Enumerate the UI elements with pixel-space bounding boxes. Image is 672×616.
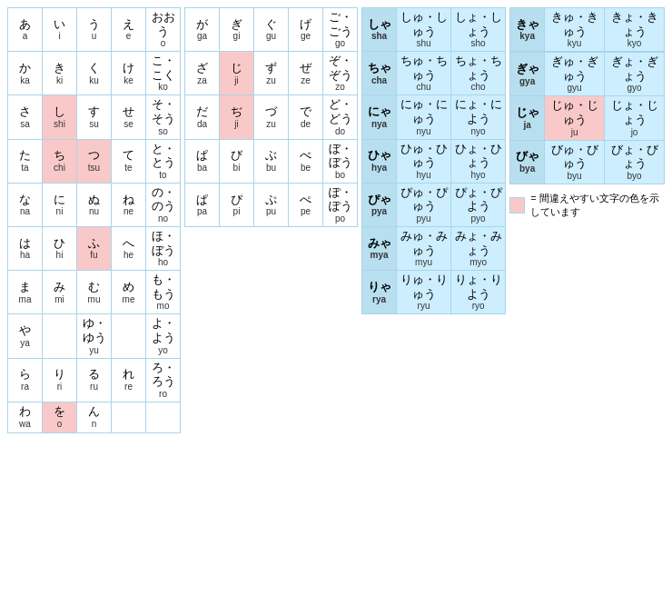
- table-cell: へhe: [112, 226, 146, 270]
- table-cell: よ・ようyo: [146, 314, 181, 358]
- kana-text: な: [11, 193, 39, 207]
- legend-color-box: [509, 197, 525, 214]
- roman-text: kyo: [608, 38, 661, 49]
- table-cell: ざza: [185, 52, 220, 95]
- roman-text: ro: [149, 389, 177, 400]
- right-section: しゃshaしゅ・しゅうshuしょ・しょうshoちゃchaちゅ・ちゅうchuちょ・…: [361, 7, 665, 433]
- roman-text: gyu: [548, 83, 601, 94]
- roman-text: gya: [513, 76, 541, 87]
- roman-text: na: [11, 206, 39, 217]
- table-cell: ゆ・ゆうyu: [77, 314, 112, 358]
- roman-text: cho: [454, 82, 502, 93]
- kana-text: と・とう: [149, 142, 177, 170]
- table-cell: きょ・きょうkyo: [605, 8, 665, 52]
- roman-text: go: [326, 38, 354, 49]
- table-cell: ぎgi: [220, 8, 254, 52]
- kya-group: きゃkyaきゅ・きゅうkyuきょ・きょうkyo: [509, 7, 665, 52]
- kana-text: ぎゅ・ぎゅう: [548, 55, 601, 83]
- table-cell: ちchi: [43, 139, 77, 183]
- table-cell: ねne: [112, 183, 146, 226]
- roman-text: te: [114, 163, 143, 174]
- table-cell: ほ・ぼうho: [146, 226, 181, 270]
- kana-text: ぬ: [80, 193, 108, 207]
- kana-text: が: [188, 17, 216, 32]
- kana-text: ぼ・ぼう: [326, 142, 354, 170]
- roman-text: byo: [608, 171, 661, 182]
- table-cell: りゃrya: [362, 271, 397, 314]
- roman-text: shu: [400, 38, 448, 49]
- kana-text: ひゃ: [365, 148, 393, 163]
- table-cell: がga: [185, 8, 220, 52]
- kana-text: み: [45, 280, 74, 294]
- kana-text: きゅ・きゅう: [548, 10, 601, 38]
- roman-text: ya: [11, 338, 39, 349]
- kana-text: じゃ: [513, 105, 541, 120]
- roman-text: o: [45, 419, 74, 430]
- kana-text: ぞ・ぞう: [326, 54, 354, 82]
- roman-text: nya: [365, 119, 393, 130]
- table-cell: いi: [43, 8, 77, 52]
- roman-text: myu: [400, 257, 448, 268]
- table-cell: ひゃhya: [362, 139, 397, 183]
- roman-text: re: [114, 382, 143, 392]
- kana-text: にょ・によう: [454, 97, 502, 125]
- table-cell: えe: [112, 8, 146, 52]
- table-cell: そ・そうso: [146, 95, 181, 139]
- table-cell: ぬnu: [77, 183, 112, 226]
- kana-text: ぢ: [222, 104, 251, 119]
- main-container: あaいiうuえeおおうoかkaきkiくkuけkeこ・こくkoさsaしshiすsu…: [7, 7, 665, 433]
- kana-text: びゅ・びゅう: [548, 143, 601, 171]
- kana-text: ぱ: [188, 193, 216, 207]
- kana-text: に: [45, 193, 74, 207]
- table-cell: まma: [8, 271, 43, 314]
- kana-text: び: [222, 148, 251, 163]
- kana-text: へ: [114, 236, 143, 251]
- roman-text: hi: [45, 250, 74, 261]
- kana-text: て: [114, 148, 143, 163]
- kana-text: で: [292, 104, 320, 119]
- table-cell: ぽ・ぽうpo: [323, 183, 358, 226]
- kana-text: ぽ・ぽう: [326, 185, 354, 214]
- kana-text: ぷ: [257, 193, 285, 207]
- roman-text: ji: [222, 75, 251, 86]
- kana-text: は: [11, 236, 39, 251]
- table-cell: ひhi: [43, 226, 77, 270]
- roman-text: ga: [188, 31, 216, 42]
- roman-text: ha: [11, 250, 39, 261]
- table-cell: ぴpi: [220, 183, 254, 226]
- roman-text: ge: [292, 31, 320, 42]
- table-cell: と・とうto: [146, 139, 181, 183]
- roman-text: ku: [80, 75, 108, 86]
- table-cell: すsu: [77, 95, 112, 139]
- table-cell: みょ・みょうmyo: [451, 226, 506, 270]
- roman-text: pya: [365, 206, 393, 217]
- table-cell: ぷpu: [254, 183, 289, 226]
- roman-text: myo: [454, 257, 502, 268]
- roman-text: e: [114, 31, 143, 42]
- roman-text: sha: [365, 31, 393, 42]
- kana-text: こ・こく: [149, 54, 177, 82]
- gya-group: ぎゃgyaぎゅ・ぎゅうgyuぎょ・ぎょうgyoじゃjaじゅ・じゅうjuじょ・じょ…: [509, 52, 665, 184]
- kana-text: ね: [114, 193, 143, 207]
- kana-text: しょ・しょう: [454, 10, 502, 38]
- table-cell: ちょ・ちょうcho: [451, 52, 506, 95]
- roman-text: ji: [222, 119, 251, 130]
- kana-text: しゃ: [365, 17, 393, 32]
- table-cell: ぼ・ぼうbo: [323, 139, 358, 183]
- kana-text: ま: [11, 280, 39, 294]
- roman-text: zo: [326, 82, 354, 93]
- kana-text: ぴょ・ぴよう: [454, 185, 502, 214]
- table-cell: でde: [289, 95, 323, 139]
- roman-text: n: [80, 419, 108, 430]
- kana-text: ら: [11, 367, 39, 382]
- kana-text: にゅ・にゅう: [400, 97, 448, 125]
- roman-text: tsu: [80, 163, 108, 174]
- table-cell: みゅ・みゅうmyu: [397, 226, 451, 270]
- kana-text: り: [45, 367, 74, 382]
- kana-text: りゅ・りゅう: [400, 273, 448, 301]
- kana-text: ふ: [80, 236, 108, 251]
- right-top: しゃshaしゅ・しゅうshuしょ・しょうshoちゃchaちゅ・ちゅうchuちょ・…: [361, 7, 665, 314]
- kana-text: ぴゅ・ぴゅう: [400, 185, 448, 214]
- table-cell: けke: [112, 52, 146, 95]
- roman-text: pe: [292, 206, 320, 217]
